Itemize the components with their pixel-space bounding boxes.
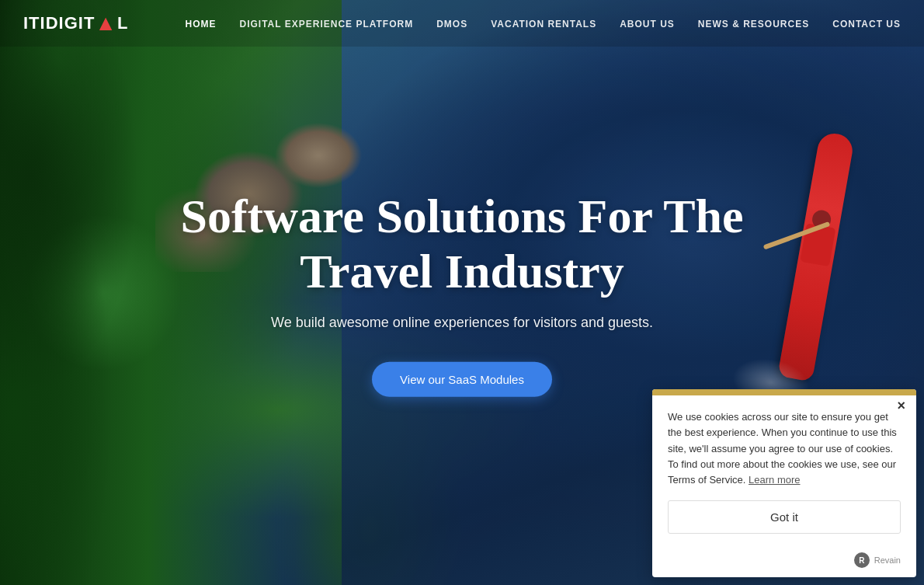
nav-item-dmos[interactable]: DMOS <box>436 16 467 30</box>
nav-item-vacation[interactable]: VACATION RENTALS <box>491 16 596 30</box>
revain-icon: R <box>854 552 870 568</box>
hero-content: Software Solutions For The Travel Indust… <box>113 188 811 397</box>
hero-section: ITIDIGIT▲L HOME DIGITAL EXPERIENCE PLATF… <box>0 0 924 585</box>
nav-link-news[interactable]: NEWS & RESOURCES <box>698 19 809 30</box>
cookie-banner: × We use cookies across our site to ensu… <box>652 389 916 577</box>
nav-item-home[interactable]: HOME <box>186 16 217 30</box>
logo-text-end: L <box>117 13 128 33</box>
nav-item-dep[interactable]: DIGITAL EXPERIENCE PLATFORM <box>240 16 414 30</box>
cookie-header-bar <box>652 389 916 395</box>
nav-item-contact[interactable]: CONTACT US <box>832 16 901 30</box>
nav-link-vacation[interactable]: VACATION RENTALS <box>491 19 596 30</box>
navbar: ITIDIGIT▲L HOME DIGITAL EXPERIENCE PLATF… <box>0 0 924 47</box>
nav-link-contact[interactable]: CONTACT US <box>832 19 901 30</box>
hero-subtitle: We build awesome online experiences for … <box>113 315 811 331</box>
hero-title: Software Solutions For The Travel Indust… <box>113 188 811 299</box>
cookie-got-it-button[interactable]: Got it <box>668 500 901 534</box>
nav-link-about[interactable]: ABOUT US <box>620 19 675 30</box>
site-logo[interactable]: ITIDIGIT▲L <box>23 12 129 34</box>
cookie-learn-more-link[interactable]: Learn more <box>749 474 800 486</box>
nav-item-news[interactable]: NEWS & RESOURCES <box>698 16 809 30</box>
cookie-body: We use cookies across our site to ensure… <box>652 395 916 552</box>
logo-dot: ▲ <box>95 12 117 34</box>
nav-link-home[interactable]: HOME <box>186 19 217 30</box>
cookie-text: We use cookies across our site to ensure… <box>668 409 901 488</box>
cookie-close-button[interactable]: × <box>897 399 905 413</box>
nav-link-dep[interactable]: DIGITAL EXPERIENCE PLATFORM <box>240 19 414 30</box>
nav-links: HOME DIGITAL EXPERIENCE PLATFORM DMOS VA… <box>186 16 901 30</box>
cookie-footer: R Revain <box>652 552 916 577</box>
revain-label: Revain <box>874 555 901 565</box>
cta-button[interactable]: View our SaaS Modules <box>372 362 552 397</box>
logo-text: ITIDIGIT <box>23 13 95 33</box>
nav-item-about[interactable]: ABOUT US <box>620 16 675 30</box>
nav-link-dmos[interactable]: DMOS <box>436 19 467 30</box>
